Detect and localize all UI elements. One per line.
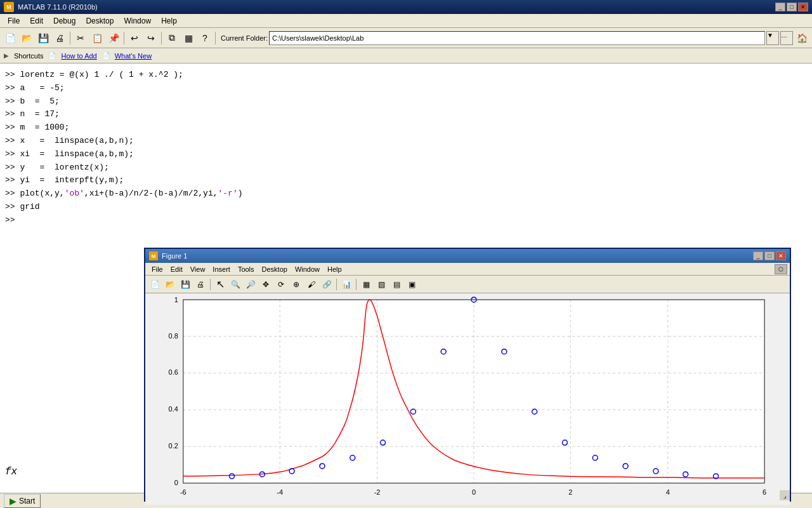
fig-zoom-out-button[interactable]: 🔎	[244, 277, 258, 291]
fig-brush-button[interactable]: 🖌	[304, 277, 318, 291]
fig-link-button[interactable]: 🔗	[320, 277, 334, 291]
figure-toolbar: 📄 📂 💾 🖨 ↖ 🔍 🔎 ✥ ⟳ ⊕ 🖌 🔗 📊 ▦ ▧ ▤ ▣	[145, 276, 790, 293]
titlebar: M MATLAB 7.11.0 (R2010b) _ □ ✕	[0, 0, 812, 14]
figure-minimize-button[interactable]: _	[753, 251, 763, 260]
simulink-button[interactable]: ⧉	[164, 30, 180, 46]
guide-button[interactable]: ▦	[181, 30, 196, 46]
fig-extra-button[interactable]: ▣	[405, 277, 419, 291]
fig-pan-button[interactable]: ✥	[259, 277, 273, 291]
save-button[interactable]: 💾	[36, 30, 51, 46]
command-lines: >> lorentz = @(x) 1 ./ ( 1 + x.^2 );>> a…	[5, 69, 807, 227]
svg-text:-2: -2	[374, 488, 381, 496]
fig-menu-edit[interactable]: Edit	[167, 265, 187, 274]
fig-colorbar-button[interactable]: ▧	[374, 277, 388, 291]
shortcuts-bar: ▶ Shortcuts 📄 How to Add 📄 What's New	[0, 48, 812, 64]
fig-insert-legend-button[interactable]: 📊	[339, 277, 353, 291]
copy-button[interactable]: 📋	[89, 30, 105, 46]
start-button[interactable]: ▶ Start	[4, 494, 41, 508]
figure-close-button[interactable]: ✕	[776, 251, 786, 260]
fig-sep-1	[210, 279, 211, 290]
fig-pointer-button[interactable]: ↖	[213, 277, 227, 291]
fig-open-button[interactable]: 📂	[163, 277, 177, 291]
svg-text:1: 1	[174, 296, 178, 304]
svg-text:0.8: 0.8	[169, 332, 178, 340]
fig-menu-insert[interactable]: Insert	[209, 265, 234, 274]
figure-maximize-button[interactable]: □	[764, 251, 775, 260]
menu-file[interactable]: File	[3, 15, 25, 27]
figure-titlebar: M Figure 1 _ □ ✕	[145, 249, 790, 263]
fig-rotate-button[interactable]: ⟳	[274, 277, 288, 291]
print-button[interactable]: 🖨	[52, 30, 67, 46]
fig-datacursor-button[interactable]: ⊕	[289, 277, 303, 291]
new-file-button[interactable]: 📄	[3, 30, 18, 46]
how-to-add-link[interactable]: How to Add	[61, 52, 96, 60]
svg-text:0.6: 0.6	[169, 368, 178, 376]
fig-menu-desktop[interactable]: Desktop	[258, 265, 291, 274]
fig-menu-window[interactable]: Window	[291, 265, 324, 274]
menu-window[interactable]: Window	[119, 15, 156, 27]
figure-dock-button[interactable]: ⬡	[775, 264, 787, 274]
command-line: >> yi = interpft(y,m);	[5, 174, 807, 187]
menu-help[interactable]: Help	[156, 15, 182, 27]
whats-new-link[interactable]: What's New	[115, 52, 152, 60]
command-line: >> x = linspace(a,b,n);	[5, 135, 807, 148]
titlebar-text: MATLAB 7.11.0 (R2010b)	[18, 3, 98, 11]
menubar: File Edit Debug Desktop Window Help	[0, 14, 812, 28]
fig-sep-2	[336, 279, 337, 290]
command-line: >> b = 5;	[5, 95, 807, 109]
fx-prompt: fx	[0, 466, 17, 478]
toolbar: 📄 📂 💾 🖨 ✂ 📋 📌 ↩ ↪ ⧉ ▦ ? Current Folder: …	[0, 28, 812, 48]
folder-nav-button[interactable]: 🏠	[794, 30, 809, 46]
shortcut-page-icon: 📄	[48, 52, 56, 59]
fig-hide-toolbar-button[interactable]: ▦	[359, 277, 373, 291]
command-line: >> n = 17;	[5, 108, 807, 121]
minimize-button[interactable]: _	[775, 3, 785, 11]
svg-text:0: 0	[472, 488, 476, 496]
paste-button[interactable]: 📌	[106, 30, 121, 46]
separator-3	[161, 32, 162, 44]
fig-menu-view[interactable]: View	[187, 265, 209, 274]
fig-sep-3	[356, 279, 357, 290]
figure-window: M Figure 1 _ □ ✕ File Edit View Insert T…	[144, 248, 791, 502]
command-line: >> plot(x,y,'ob',xi+(b-a)/n/2-(b-a)/m/2,…	[5, 187, 807, 201]
cut-button[interactable]: ✂	[73, 30, 88, 46]
svg-text:0.2: 0.2	[169, 442, 178, 450]
command-line: >> grid	[5, 201, 807, 214]
figure-resize-handle[interactable]: ⌟	[780, 490, 790, 500]
help-button[interactable]: ?	[197, 30, 213, 46]
fig-grid-button[interactable]: ▤	[390, 277, 403, 291]
svg-text:0: 0	[174, 479, 178, 486]
command-line: >> xi = linspace(a,b,m);	[5, 148, 807, 161]
svg-text:4: 4	[666, 488, 670, 496]
redo-button[interactable]: ↪	[143, 30, 159, 46]
plot-svg: 0 0.2 0.4 0.6 0.8 1 -6 -4 -2 0 2 4 6	[145, 293, 790, 502]
fig-zoom-in-button[interactable]: 🔍	[228, 277, 242, 291]
fig-menu-tools[interactable]: Tools	[234, 265, 258, 274]
fig-menu-file[interactable]: File	[148, 265, 167, 274]
close-button[interactable]: ✕	[798, 3, 808, 11]
svg-text:6: 6	[763, 488, 766, 496]
maximize-button[interactable]: □	[787, 3, 797, 11]
command-line: >> a = -5;	[5, 82, 807, 95]
undo-button[interactable]: ↩	[127, 30, 142, 46]
command-line: >> lorentz = @(x) 1 ./ ( 1 + x.^2 );	[5, 69, 807, 82]
shortcut-page-icon-2: 📄	[102, 52, 110, 59]
fig-new-button[interactable]: 📄	[148, 277, 162, 291]
menu-desktop[interactable]: Desktop	[81, 15, 119, 27]
folder-path-input[interactable]	[269, 31, 765, 45]
figure-controls[interactable]: _ □ ✕	[753, 251, 786, 260]
fig-print-button[interactable]: 🖨	[193, 277, 207, 291]
figure-icon: M	[149, 251, 158, 260]
svg-text:2: 2	[568, 488, 572, 496]
titlebar-controls[interactable]: _ □ ✕	[775, 3, 808, 11]
figure-title-text: Figure 1	[162, 252, 187, 260]
folder-extra-button[interactable]: …	[780, 31, 793, 45]
fig-menu-help[interactable]: Help	[324, 265, 346, 274]
folder-browse-button[interactable]: ▼	[766, 31, 779, 45]
menu-debug[interactable]: Debug	[48, 15, 81, 27]
command-line: >> y = lorentz(x);	[5, 161, 807, 175]
fig-save-button[interactable]: 💾	[178, 277, 192, 291]
svg-text:-6: -6	[180, 488, 187, 496]
open-file-button[interactable]: 📂	[19, 30, 34, 46]
menu-edit[interactable]: Edit	[25, 15, 48, 27]
